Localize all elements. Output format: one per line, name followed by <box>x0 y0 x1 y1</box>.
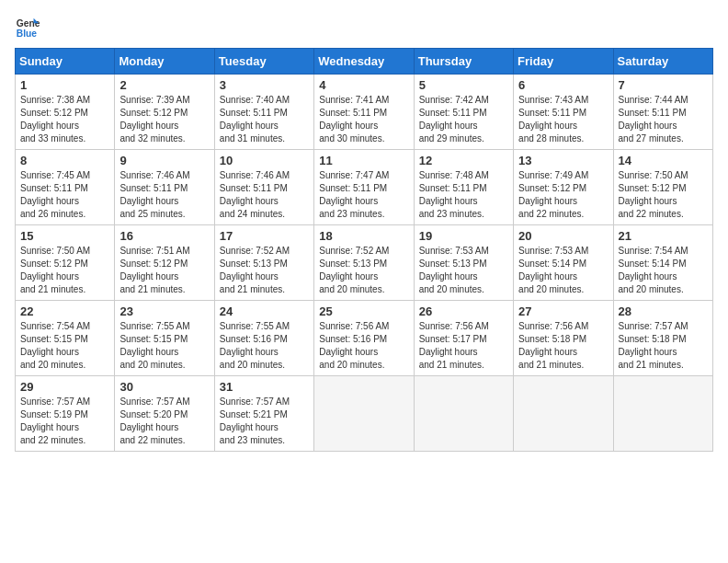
calendar-cell: 1 Sunrise: 7:38 AM Sunset: 5:12 PM Dayli… <box>16 75 115 150</box>
day-number: 25 <box>319 304 408 318</box>
day-number: 22 <box>20 304 109 318</box>
calendar-cell: 18 Sunrise: 7:52 AM Sunset: 5:13 PM Dayl… <box>314 225 414 301</box>
day-number: 12 <box>419 154 508 167</box>
day-number: 29 <box>20 380 109 394</box>
header-cell-sunday: Sunday <box>16 49 115 75</box>
day-number: 14 <box>619 154 708 167</box>
calendar-cell: 9 Sunrise: 7:46 AM Sunset: 5:11 PM Dayli… <box>115 150 214 225</box>
day-info: Sunrise: 7:53 AM Sunset: 5:13 PM Dayligh… <box>419 245 508 296</box>
day-number: 1 <box>20 78 109 92</box>
day-info: Sunrise: 7:54 AM Sunset: 5:15 PM Dayligh… <box>20 320 109 372</box>
day-info: Sunrise: 7:53 AM Sunset: 5:14 PM Dayligh… <box>518 245 608 296</box>
header-cell-thursday: Thursday <box>414 49 513 75</box>
calendar-cell: 29 Sunrise: 7:57 AM Sunset: 5:19 PM Dayl… <box>16 376 115 452</box>
calendar-cell <box>613 376 712 452</box>
week-row-2: 8 Sunrise: 7:45 AM Sunset: 5:11 PM Dayli… <box>16 150 713 225</box>
calendar-cell: 28 Sunrise: 7:57 AM Sunset: 5:18 PM Dayl… <box>613 301 712 376</box>
calendar-cell: 22 Sunrise: 7:54 AM Sunset: 5:15 PM Dayl… <box>16 301 115 376</box>
calendar-cell: 13 Sunrise: 7:49 AM Sunset: 5:12 PM Dayl… <box>514 150 613 225</box>
header-cell-tuesday: Tuesday <box>214 49 313 75</box>
calendar-cell: 27 Sunrise: 7:56 AM Sunset: 5:18 PM Dayl… <box>514 301 613 376</box>
day-info: Sunrise: 7:57 AM Sunset: 5:21 PM Dayligh… <box>220 396 309 447</box>
header-cell-friday: Friday <box>514 49 613 75</box>
calendar-cell: 24 Sunrise: 7:55 AM Sunset: 5:16 PM Dayl… <box>214 301 313 376</box>
day-info: Sunrise: 7:46 AM Sunset: 5:11 PM Dayligh… <box>220 169 309 221</box>
header-cell-wednesday: Wednesday <box>314 49 414 75</box>
calendar-cell: 4 Sunrise: 7:41 AM Sunset: 5:11 PM Dayli… <box>314 75 414 150</box>
calendar-cell: 12 Sunrise: 7:48 AM Sunset: 5:11 PM Dayl… <box>414 150 513 225</box>
calendar-cell: 21 Sunrise: 7:54 AM Sunset: 5:14 PM Dayl… <box>613 225 712 301</box>
day-number: 11 <box>319 154 408 167</box>
logo: General Blue <box>15 15 44 40</box>
day-info: Sunrise: 7:47 AM Sunset: 5:11 PM Dayligh… <box>319 169 408 221</box>
day-number: 13 <box>518 154 608 167</box>
calendar-cell: 5 Sunrise: 7:42 AM Sunset: 5:11 PM Dayli… <box>414 75 513 150</box>
day-info: Sunrise: 7:45 AM Sunset: 5:11 PM Dayligh… <box>20 169 109 221</box>
day-info: Sunrise: 7:49 AM Sunset: 5:12 PM Dayligh… <box>518 169 608 221</box>
calendar-body: 1 Sunrise: 7:38 AM Sunset: 5:12 PM Dayli… <box>16 75 713 452</box>
day-info: Sunrise: 7:42 AM Sunset: 5:11 PM Dayligh… <box>419 94 508 145</box>
header-cell-monday: Monday <box>115 49 214 75</box>
week-row-1: 1 Sunrise: 7:38 AM Sunset: 5:12 PM Dayli… <box>16 75 713 150</box>
week-row-5: 29 Sunrise: 7:57 AM Sunset: 5:19 PM Dayl… <box>16 376 713 452</box>
day-number: 7 <box>619 78 708 92</box>
svg-text:General: General <box>17 18 40 29</box>
calendar-cell <box>314 376 414 452</box>
calendar-cell: 26 Sunrise: 7:56 AM Sunset: 5:17 PM Dayl… <box>414 301 513 376</box>
calendar-cell: 17 Sunrise: 7:52 AM Sunset: 5:13 PM Dayl… <box>214 225 313 301</box>
day-info: Sunrise: 7:40 AM Sunset: 5:11 PM Dayligh… <box>220 94 309 145</box>
calendar-cell: 25 Sunrise: 7:56 AM Sunset: 5:16 PM Dayl… <box>314 301 414 376</box>
day-number: 27 <box>518 304 608 318</box>
day-info: Sunrise: 7:43 AM Sunset: 5:11 PM Dayligh… <box>518 94 608 145</box>
calendar-cell: 14 Sunrise: 7:50 AM Sunset: 5:12 PM Dayl… <box>613 150 712 225</box>
day-number: 6 <box>518 78 608 92</box>
calendar-cell: 20 Sunrise: 7:53 AM Sunset: 5:14 PM Dayl… <box>514 225 613 301</box>
logo-icon: General Blue <box>15 15 40 40</box>
day-number: 20 <box>518 229 608 243</box>
calendar-cell <box>414 376 513 452</box>
calendar-cell: 2 Sunrise: 7:39 AM Sunset: 5:12 PM Dayli… <box>115 75 214 150</box>
calendar-cell: 16 Sunrise: 7:51 AM Sunset: 5:12 PM Dayl… <box>115 225 214 301</box>
calendar-cell: 30 Sunrise: 7:57 AM Sunset: 5:20 PM Dayl… <box>115 376 214 452</box>
day-number: 18 <box>319 229 408 243</box>
day-number: 31 <box>220 380 309 394</box>
calendar-cell: 8 Sunrise: 7:45 AM Sunset: 5:11 PM Dayli… <box>16 150 115 225</box>
day-info: Sunrise: 7:57 AM Sunset: 5:20 PM Dayligh… <box>119 396 209 447</box>
day-number: 15 <box>20 229 109 243</box>
day-number: 23 <box>119 304 209 318</box>
calendar-cell: 19 Sunrise: 7:53 AM Sunset: 5:13 PM Dayl… <box>414 225 513 301</box>
day-info: Sunrise: 7:56 AM Sunset: 5:17 PM Dayligh… <box>419 320 508 372</box>
day-info: Sunrise: 7:52 AM Sunset: 5:13 PM Dayligh… <box>319 245 408 296</box>
calendar-header-row: SundayMondayTuesdayWednesdayThursdayFrid… <box>16 49 713 75</box>
day-info: Sunrise: 7:41 AM Sunset: 5:11 PM Dayligh… <box>319 94 408 145</box>
header: General Blue <box>15 15 713 40</box>
day-number: 4 <box>319 78 408 92</box>
day-number: 9 <box>119 154 209 167</box>
day-info: Sunrise: 7:55 AM Sunset: 5:16 PM Dayligh… <box>220 320 309 372</box>
day-info: Sunrise: 7:51 AM Sunset: 5:12 PM Dayligh… <box>119 245 209 296</box>
calendar-cell: 11 Sunrise: 7:47 AM Sunset: 5:11 PM Dayl… <box>314 150 414 225</box>
week-row-4: 22 Sunrise: 7:54 AM Sunset: 5:15 PM Dayl… <box>16 301 713 376</box>
day-info: Sunrise: 7:38 AM Sunset: 5:12 PM Dayligh… <box>20 94 109 145</box>
day-info: Sunrise: 7:39 AM Sunset: 5:12 PM Dayligh… <box>119 94 209 145</box>
day-number: 28 <box>619 304 708 318</box>
svg-text:Blue: Blue <box>17 29 38 39</box>
calendar-cell: 6 Sunrise: 7:43 AM Sunset: 5:11 PM Dayli… <box>514 75 613 150</box>
calendar-cell: 23 Sunrise: 7:55 AM Sunset: 5:15 PM Dayl… <box>115 301 214 376</box>
header-cell-saturday: Saturday <box>613 49 712 75</box>
week-row-3: 15 Sunrise: 7:50 AM Sunset: 5:12 PM Dayl… <box>16 225 713 301</box>
calendar-table: SundayMondayTuesdayWednesdayThursdayFrid… <box>15 48 713 452</box>
day-number: 21 <box>619 229 708 243</box>
calendar-cell: 15 Sunrise: 7:50 AM Sunset: 5:12 PM Dayl… <box>16 225 115 301</box>
calendar-cell: 7 Sunrise: 7:44 AM Sunset: 5:11 PM Dayli… <box>613 75 712 150</box>
day-info: Sunrise: 7:54 AM Sunset: 5:14 PM Dayligh… <box>619 245 708 296</box>
calendar-cell: 10 Sunrise: 7:46 AM Sunset: 5:11 PM Dayl… <box>214 150 313 225</box>
day-number: 3 <box>220 78 309 92</box>
calendar-cell <box>514 376 613 452</box>
day-number: 26 <box>419 304 508 318</box>
day-info: Sunrise: 7:52 AM Sunset: 5:13 PM Dayligh… <box>220 245 309 296</box>
day-info: Sunrise: 7:56 AM Sunset: 5:16 PM Dayligh… <box>319 320 408 372</box>
calendar-cell: 3 Sunrise: 7:40 AM Sunset: 5:11 PM Dayli… <box>214 75 313 150</box>
day-info: Sunrise: 7:57 AM Sunset: 5:18 PM Dayligh… <box>619 320 708 372</box>
day-info: Sunrise: 7:57 AM Sunset: 5:19 PM Dayligh… <box>20 396 109 447</box>
